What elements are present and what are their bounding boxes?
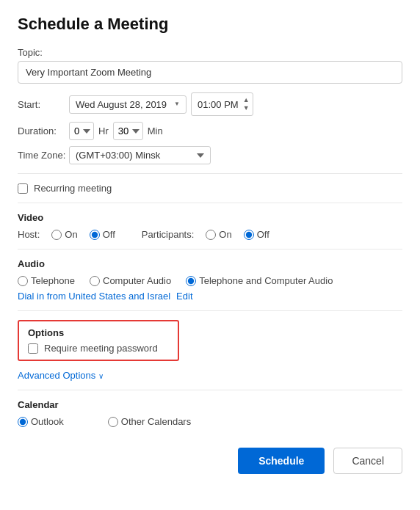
advanced-options-label: Advanced Options (18, 370, 95, 381)
telephone-radio[interactable] (18, 276, 28, 286)
participants-label: Participants: (142, 229, 195, 240)
outlook-radio[interactable] (18, 417, 28, 427)
recurring-checkbox[interactable] (18, 183, 28, 194)
host-on-radio[interactable] (51, 230, 62, 240)
computer-audio-option[interactable]: Computer Audio (90, 275, 171, 286)
telephone-option[interactable]: Telephone (18, 275, 75, 286)
calendar-section-title: Calendar (18, 399, 402, 410)
other-calendars-option[interactable]: Other Calendars (108, 416, 191, 427)
require-password-label[interactable]: Require meeting password (44, 343, 158, 354)
page-title: Schedule a Meeting (18, 15, 402, 34)
other-calendars-radio[interactable] (108, 417, 118, 427)
participants-on-option[interactable]: On (206, 229, 231, 240)
participants-off-radio[interactable] (244, 230, 254, 240)
host-off-option[interactable]: Off (90, 229, 115, 240)
dial-in-link[interactable]: Dial in from United States and Israel (18, 291, 170, 302)
duration-minutes-select[interactable]: 0 15 30 45 (113, 122, 143, 140)
host-off-radio[interactable] (90, 230, 100, 240)
audio-section-title: Audio (18, 258, 402, 269)
schedule-button[interactable]: Schedule (238, 448, 325, 474)
both-audio-option[interactable]: Telephone and Computer Audio (186, 275, 333, 286)
participants-on-radio[interactable] (206, 230, 216, 240)
require-password-checkbox[interactable] (28, 343, 38, 354)
edit-link[interactable]: Edit (176, 291, 192, 302)
timezone-select[interactable]: (GMT+03:00) Minsk (GMT+00:00) UTC (GMT-0… (69, 146, 211, 164)
recurring-label[interactable]: Recurring meeting (34, 183, 112, 194)
topic-label: Topic: (18, 47, 402, 58)
host-on-option[interactable]: On (51, 229, 77, 240)
outlook-option[interactable]: Outlook (18, 416, 64, 427)
duration-label: Duration: (18, 125, 69, 136)
participants-off-option[interactable]: Off (244, 229, 269, 240)
date-arrows[interactable]: ▼ (174, 101, 180, 108)
cancel-button[interactable]: Cancel (333, 448, 402, 474)
time-up-icon[interactable]: ▲ (243, 96, 250, 104)
min-label: Min (148, 125, 163, 136)
start-label: Start: (18, 99, 69, 110)
date-picker[interactable]: Wed August 28, 2019 ▼ (69, 95, 187, 114)
time-display: 01:00 PM (198, 99, 239, 110)
duration-hours-select[interactable]: 0 1 2 (69, 122, 94, 140)
computer-audio-radio[interactable] (90, 276, 100, 286)
advanced-options-link[interactable]: Advanced Options ∨ (18, 370, 104, 381)
host-label: Host: (18, 229, 40, 240)
advanced-options-chevron-icon: ∨ (98, 372, 104, 380)
both-audio-radio[interactable] (186, 276, 196, 286)
timezone-label: Time Zone: (18, 150, 69, 161)
time-down-icon[interactable]: ▼ (243, 104, 250, 112)
video-section-title: Video (18, 212, 402, 223)
topic-input[interactable] (18, 61, 402, 84)
options-title: Options (28, 327, 169, 338)
date-display: Wed August 28, 2019 (76, 99, 167, 110)
hr-label: Hr (98, 125, 109, 136)
options-box: Options Require meeting password (18, 320, 179, 361)
